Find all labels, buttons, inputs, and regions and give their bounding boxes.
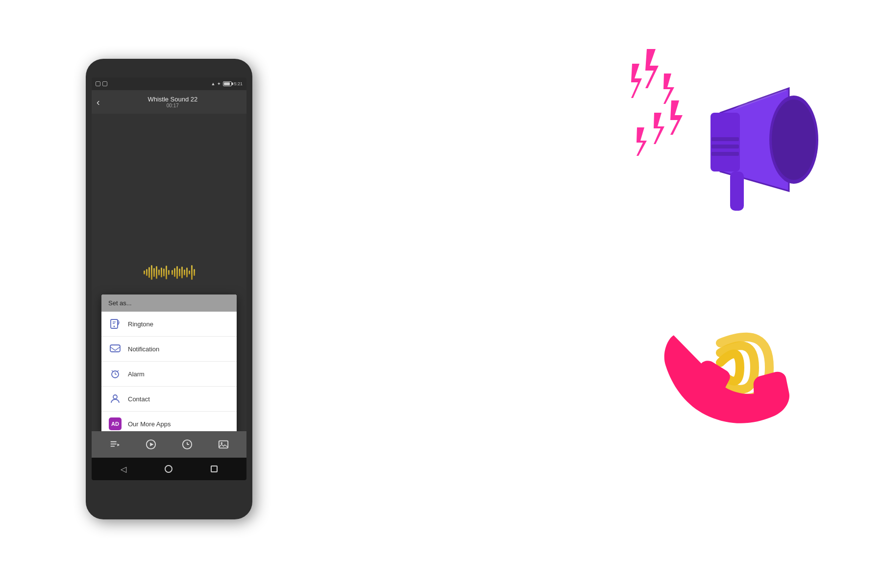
more-apps-option[interactable]: AD Our More Apps: [101, 412, 237, 431]
wr2: [174, 268, 175, 277]
alarm-label: Alarm: [128, 370, 145, 378]
svg-line-8: [112, 370, 113, 372]
wave-right: [172, 265, 195, 280]
wb5: [153, 268, 155, 277]
set-as-dialog: Set as...: [101, 294, 237, 431]
back-button[interactable]: ‹: [97, 97, 100, 108]
content-area: Set as...: [92, 114, 246, 431]
wr7: [186, 268, 188, 277]
nav-recents-button[interactable]: [211, 466, 218, 472]
svg-point-10: [113, 395, 117, 399]
time-display: 5:21: [234, 81, 243, 86]
phone-device: ▲ ✦ 5:21 ‹ Whistle Sound 22 00:17: [76, 29, 262, 559]
wifi-icon: ▲: [211, 81, 216, 86]
top-bar: ‹ Whistle Sound 22 00:17: [92, 90, 246, 114]
bottom-tab-bar: [92, 431, 246, 458]
wb11: [168, 270, 170, 275]
svg-line-9: [117, 370, 119, 372]
nav-back-button[interactable]: ◁: [121, 465, 126, 474]
ringtone-icon: [108, 317, 122, 331]
wr3: [176, 266, 178, 279]
notification-option[interactable]: Notification: [101, 337, 237, 362]
alarm-option[interactable]: Alarm: [101, 362, 237, 387]
contact-option[interactable]: Contact: [101, 387, 237, 412]
svg-rect-33: [711, 152, 739, 156]
notification-icon: [108, 342, 122, 356]
contact-icon: [108, 392, 122, 406]
status-right: ▲ ✦ 5:21: [211, 81, 243, 86]
history-tab[interactable]: [178, 436, 196, 453]
svg-point-30: [772, 99, 816, 180]
waveform-row: Set as...: [92, 265, 246, 280]
wr1: [172, 270, 173, 275]
status-bar: ▲ ✦ 5:21: [92, 77, 246, 90]
phone-outer-shell: ▲ ✦ 5:21 ‹ Whistle Sound 22 00:17: [86, 59, 252, 519]
image-tab[interactable]: [215, 436, 232, 453]
svg-point-1: [114, 326, 115, 327]
svg-marker-25: [670, 100, 683, 135]
svg-marker-27: [637, 127, 647, 156]
wb3: [148, 267, 150, 278]
svg-point-21: [221, 442, 223, 444]
alarm-icon: [108, 367, 122, 381]
svg-marker-14: [118, 443, 120, 446]
wave-left: [144, 265, 170, 280]
wb10: [166, 266, 167, 279]
wb8: [161, 268, 162, 277]
notification-label: Notification: [128, 345, 159, 353]
status-icon-2: [102, 81, 107, 86]
top-bar-title-block: Whistle Sound 22 00:17: [104, 96, 242, 108]
wb6: [156, 266, 157, 279]
wb4: [151, 265, 152, 280]
svg-rect-20: [219, 441, 228, 448]
phone-screen: ▲ ✦ 5:21 ‹ Whistle Sound 22 00:17: [92, 77, 246, 480]
wb7: [158, 270, 160, 275]
svg-marker-26: [654, 113, 664, 144]
phone-handset: [653, 297, 800, 451]
wb1: [144, 270, 145, 274]
android-nav-bar: ◁: [92, 458, 246, 480]
svg-rect-31: [711, 137, 739, 141]
more-apps-label: Our More Apps: [128, 420, 171, 428]
wr8: [189, 270, 190, 274]
dialog-header: Set as...: [101, 294, 237, 312]
svg-rect-34: [730, 172, 744, 211]
wb9: [163, 269, 165, 276]
svg-marker-16: [150, 442, 153, 446]
phone-ring-illustration: [632, 274, 818, 461]
ringtone-label: Ringtone: [128, 320, 153, 328]
status-icon-1: [96, 81, 100, 86]
ad-badge: AD: [109, 417, 122, 430]
svg-rect-28: [710, 113, 740, 172]
ad-icon: AD: [108, 417, 122, 431]
svg-marker-24: [663, 74, 674, 104]
svg-marker-23: [645, 49, 659, 88]
wr9: [191, 265, 193, 280]
bluetooth-icon: ✦: [217, 81, 221, 86]
battery-icon: [223, 81, 232, 86]
track-title: Whistle Sound 22: [104, 96, 242, 103]
wr5: [181, 267, 183, 278]
ringtone-option[interactable]: Ringtone: [101, 312, 237, 337]
wr4: [179, 269, 180, 276]
wb2: [146, 269, 147, 276]
lightning-group: [631, 49, 683, 156]
svg-rect-32: [711, 145, 739, 148]
wr10: [194, 269, 195, 276]
megaphone-illustration: [612, 20, 818, 235]
nav-home-button[interactable]: [165, 465, 172, 473]
wr6: [184, 270, 185, 275]
track-duration: 00:17: [104, 103, 242, 108]
play-tab[interactable]: [142, 436, 160, 453]
playlist-tab[interactable]: [106, 436, 123, 453]
contact-label: Contact: [128, 395, 150, 403]
svg-marker-22: [631, 64, 642, 98]
